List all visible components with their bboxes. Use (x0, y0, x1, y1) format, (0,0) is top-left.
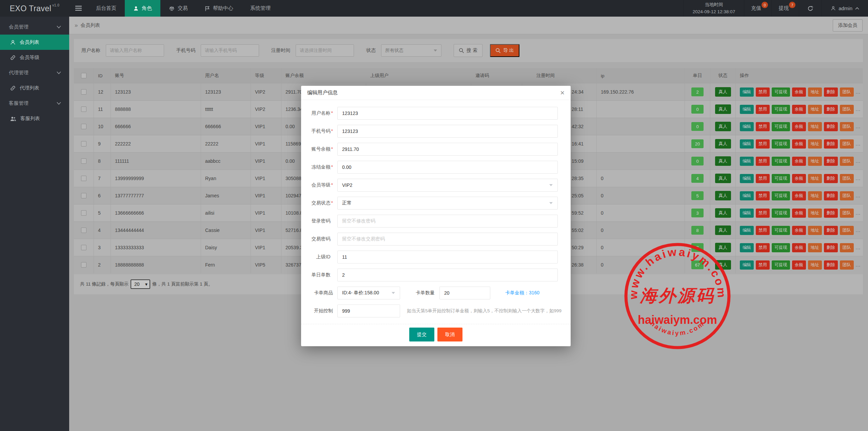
export-button[interactable]: 导 出 (490, 44, 519, 57)
select-all-checkbox[interactable] (81, 73, 86, 78)
action-button-3[interactable]: 余额 (792, 105, 806, 114)
action-button-0[interactable]: 编辑 (740, 105, 754, 114)
action-button-5[interactable]: 删除 (824, 105, 838, 114)
nav-item-dashboard[interactable]: 后台首页 (87, 0, 125, 17)
action-button-6[interactable]: 团队 (840, 209, 854, 218)
action-button-3[interactable]: 余额 (792, 174, 806, 183)
search-button[interactable]: 搜 索 (454, 44, 482, 57)
action-button-5[interactable]: 删除 (824, 122, 838, 131)
sidebar-item-support-list[interactable]: 客服列表 (0, 111, 69, 126)
row-checkbox[interactable] (81, 245, 86, 250)
username-filter-input[interactable]: 请输入用户名称 (106, 44, 164, 57)
action-button-6[interactable]: 团队 (840, 260, 854, 270)
action-button-2[interactable]: 可提现 (772, 87, 790, 97)
action-button-3[interactable]: 余额 (792, 122, 806, 131)
action-button-6[interactable]: 团队 (840, 87, 854, 97)
field-input[interactable]: 2 (337, 269, 558, 281)
action-button-0[interactable]: 编辑 (740, 243, 754, 252)
action-button-5[interactable]: 删除 (824, 243, 838, 252)
action-button-2[interactable]: 可提现 (772, 226, 790, 235)
field-input[interactable]: 留空不修改密码 (337, 215, 558, 228)
action-button-2[interactable]: 可提现 (772, 105, 790, 114)
regtime-filter-input[interactable]: 请选择注册时间 (296, 44, 354, 57)
more-actions[interactable]: ... (856, 176, 861, 181)
action-button-6[interactable]: 团队 (840, 105, 854, 114)
field-input[interactable]: 0.00 (337, 161, 558, 174)
more-actions[interactable]: ... (856, 106, 861, 112)
action-button-3[interactable]: 余额 (792, 226, 806, 235)
action-button-5[interactable]: 删除 (824, 260, 838, 270)
action-button-0[interactable]: 编辑 (740, 122, 754, 131)
more-actions[interactable]: ... (856, 141, 861, 146)
action-button-6[interactable]: 团队 (840, 157, 854, 166)
action-button-4[interactable]: 地址 (808, 105, 822, 114)
action-button-6[interactable]: 团队 (840, 174, 854, 183)
action-button-2[interactable]: 可提现 (772, 139, 790, 149)
action-button-3[interactable]: 余额 (792, 191, 806, 200)
action-button-1[interactable]: 禁用 (756, 243, 770, 252)
action-button-4[interactable]: 地址 (808, 122, 822, 131)
action-button-6[interactable]: 团队 (840, 226, 854, 235)
action-button-3[interactable]: 余额 (792, 209, 806, 218)
cancel-button[interactable]: 取消 (437, 328, 462, 341)
more-actions[interactable]: ... (856, 245, 861, 250)
more-actions[interactable]: ... (856, 193, 861, 198)
sidebar-group-support[interactable]: 客服管理 (0, 96, 69, 111)
action-button-2[interactable]: 可提现 (772, 260, 790, 270)
action-button-1[interactable]: 禁用 (756, 157, 770, 166)
action-button-1[interactable]: 禁用 (756, 174, 770, 183)
field-input[interactable]: 2911.70 (337, 143, 558, 156)
action-button-1[interactable]: 禁用 (756, 191, 770, 200)
field-input[interactable]: 123123 (337, 125, 558, 138)
action-button-2[interactable]: 可提现 (772, 209, 790, 218)
more-actions[interactable]: ... (856, 262, 861, 268)
action-button-1[interactable]: 禁用 (756, 139, 770, 149)
action-button-3[interactable]: 余额 (792, 157, 806, 166)
sidebar-item-member-levels[interactable]: 会员等级 (0, 50, 69, 65)
action-button-0[interactable]: 编辑 (740, 226, 754, 235)
row-checkbox[interactable] (81, 210, 86, 216)
action-button-3[interactable]: 余额 (792, 139, 806, 149)
row-checkbox[interactable] (81, 193, 86, 198)
action-button-2[interactable]: 可提现 (772, 157, 790, 166)
action-button-1[interactable]: 禁用 (756, 209, 770, 218)
action-button-4[interactable]: 地址 (808, 260, 822, 270)
action-button-4[interactable]: 地址 (808, 174, 822, 183)
row-checkbox[interactable] (81, 89, 86, 95)
nav-item-system[interactable]: 系统管理 (242, 0, 279, 17)
phone-filter-input[interactable]: 请输入手机号码 (201, 44, 259, 57)
action-button-2[interactable]: 可提现 (772, 174, 790, 183)
nav-item-trade[interactable]: 交易 (160, 0, 196, 17)
status-badge[interactable]: 真人 (715, 122, 731, 131)
action-button-2[interactable]: 可提现 (772, 191, 790, 200)
action-button-0[interactable]: 编辑 (740, 191, 754, 200)
field-input[interactable]: 正常 (337, 197, 558, 210)
action-button-2[interactable]: 可提现 (772, 243, 790, 252)
status-filter-select[interactable]: 所有状态 (381, 44, 441, 57)
action-button-2[interactable]: 可提现 (772, 122, 790, 131)
action-button-4[interactable]: 地址 (808, 243, 822, 252)
action-button-5[interactable]: 删除 (824, 87, 838, 97)
action-button-4[interactable]: 地址 (808, 87, 822, 97)
action-button-1[interactable]: 禁用 (756, 260, 770, 270)
action-button-4[interactable]: 地址 (808, 157, 822, 166)
status-badge[interactable]: 真人 (715, 243, 731, 252)
row-checkbox[interactable] (81, 228, 86, 233)
recharge-menu[interactable]: 充值 0 (744, 0, 771, 17)
sidebar-item-member-list[interactable]: 会员列表 (0, 35, 69, 50)
field-input[interactable]: 123123 (337, 107, 558, 120)
status-badge[interactable]: 真人 (715, 104, 731, 114)
more-actions[interactable]: ... (856, 210, 861, 216)
status-badge[interactable]: 真人 (715, 139, 731, 149)
action-button-4[interactable]: 地址 (808, 191, 822, 200)
control-start-input[interactable]: 999 (337, 305, 400, 317)
action-button-1[interactable]: 禁用 (756, 226, 770, 235)
row-checkbox[interactable] (81, 141, 86, 146)
field-input[interactable]: VIP2 (337, 179, 558, 192)
hamburger-menu-icon[interactable] (69, 0, 87, 17)
action-button-6[interactable]: 团队 (840, 243, 854, 252)
row-checkbox[interactable] (81, 176, 86, 181)
row-checkbox[interactable] (81, 158, 86, 164)
sidebar-group-agents[interactable]: 代理管理 (0, 65, 69, 80)
status-badge[interactable]: 真人 (715, 191, 731, 200)
